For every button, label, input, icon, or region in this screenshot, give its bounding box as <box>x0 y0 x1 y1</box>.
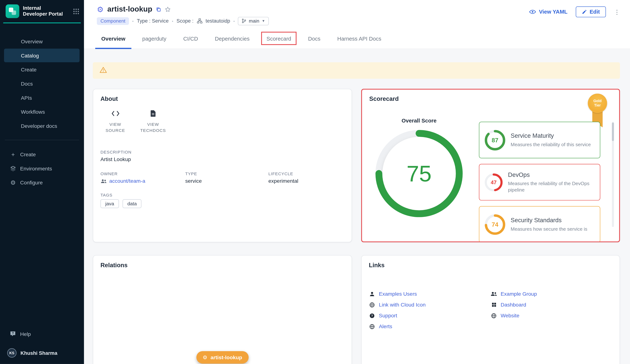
view-yaml-label: View YAML <box>539 9 567 15</box>
svg-text:74: 74 <box>492 221 498 228</box>
copy-icon[interactable] <box>156 6 161 12</box>
owner-value: account/team-a <box>109 178 145 184</box>
component-gear-icon: ⚙ <box>202 355 207 360</box>
links-columns: Examples Users Link with Cloud Icon <box>369 291 612 330</box>
overall-score-label: Overall Score <box>372 118 466 124</box>
sidebar-item-create[interactable]: Create <box>4 63 80 76</box>
pencil-icon <box>582 9 587 14</box>
scorecard-item-description: Measures how secure the service is <box>510 226 587 232</box>
owner-link[interactable]: account/team-a <box>100 178 185 184</box>
kind-chip[interactable]: Component <box>97 17 129 25</box>
about-card: About VIEW SOURCE VIEW TECHD <box>93 89 352 242</box>
badge-line1: Gold <box>593 99 602 103</box>
sidebar-action-label: Environments <box>20 165 52 171</box>
link-dashboard[interactable]: Dashboard <box>490 302 612 308</box>
tab-overview[interactable]: Overview <box>93 29 134 49</box>
description-field: DESCRIPTION Artist Lookup <box>100 150 344 162</box>
scorecard-item-description: Measures the reliability of the DevOps p… <box>508 180 595 194</box>
link-website[interactable]: Website <box>490 312 612 319</box>
description-value: Artist Lookup <box>100 156 344 162</box>
link-with-cloud-icon[interactable]: Link with Cloud Icon <box>369 302 490 308</box>
sidebar-item-overview[interactable]: Overview <box>4 34 80 48</box>
help-button[interactable]: ? Help <box>0 328 84 340</box>
scorecard-item-name: Service Maturity <box>510 132 591 139</box>
link-label: Dashboard <box>501 302 526 308</box>
scorecard-item-devops[interactable]: 47 DevOps Measures the reliability of th… <box>479 164 600 200</box>
header-actions: View YAML Edit ⋮ <box>529 6 620 17</box>
link-examples-users[interactable]: Examples Users <box>369 291 490 297</box>
star-icon[interactable] <box>165 6 171 12</box>
kebab-menu-icon[interactable]: ⋮ <box>614 8 620 16</box>
sidebar-item-catalog[interactable]: Catalog <box>4 49 80 62</box>
tab-harness-api-docs[interactable]: Harness API Docs <box>329 29 390 49</box>
scrollbar-thumb[interactable] <box>612 122 614 141</box>
sidebar-action-create[interactable]: + Create <box>4 148 80 161</box>
avatar: KS <box>7 348 16 358</box>
tab-bar: Overview pagerduty CI/CD Dependencies Sc… <box>84 29 630 49</box>
links-card: Links Examples Users <box>361 255 620 364</box>
scorecard-item-security-standards[interactable]: 74 Security Standards Measures how secur… <box>479 206 600 242</box>
relations-node-label: artist-lookup <box>210 354 242 360</box>
branch-name: main <box>249 18 259 24</box>
entity-header: ⚙ artist-lookup Component • Type : Servi… <box>84 0 630 26</box>
lifecycle-label: LIFECYCLE <box>268 171 298 176</box>
tab-cicd[interactable]: CI/CD <box>175 29 206 49</box>
owner-label: OWNER <box>100 171 185 176</box>
user-menu[interactable]: KS Khushi Sharma <box>0 344 84 359</box>
apps-grid-icon[interactable] <box>73 8 79 14</box>
dashboard-icon <box>490 302 497 307</box>
dot-separator: • <box>172 19 174 23</box>
link-label: Support <box>379 312 397 319</box>
person-icon <box>369 291 375 297</box>
code-icon <box>111 109 120 117</box>
link-label: Alerts <box>379 324 392 330</box>
description-label: DESCRIPTION <box>100 150 344 154</box>
scorecard-item-description: Measures the reliability of this service <box>510 142 591 148</box>
sidebar-item-docs[interactable]: Docs <box>4 77 80 90</box>
tag-chip[interactable]: java <box>100 199 119 208</box>
document-icon <box>150 109 156 117</box>
brand: Internal Developer Portal <box>0 0 84 22</box>
links-column-2: Example Group Dashboard <box>490 291 612 330</box>
tab-pagerduty[interactable]: pagerduty <box>134 29 175 49</box>
sidebar-item-apis[interactable]: APIs <box>4 91 80 104</box>
gear-icon: ⚙ <box>10 180 16 186</box>
branch-selector[interactable]: main ▼ <box>238 17 269 25</box>
scorecard-title: Scorecard <box>369 95 612 102</box>
link-support[interactable]: ? Support <box>369 312 490 319</box>
sidebar-item-developer-docs[interactable]: Developer docs <box>4 119 80 132</box>
about-meta-row: OWNER account/team-a TYPE service <box>100 171 344 184</box>
scorecard-item-name: DevOps <box>508 171 595 178</box>
sidebar-action-environments[interactable]: Environments <box>4 162 80 175</box>
sidebar-nav: Overview Catalog Create Docs APIs Workfl… <box>0 34 84 132</box>
people-icon <box>100 178 107 183</box>
about-actions: VIEW SOURCE VIEW TECHDOCS <box>101 109 344 133</box>
link-example-group[interactable]: Example Group <box>490 291 612 297</box>
type-field: TYPE service <box>185 171 268 184</box>
link-alerts[interactable]: Alerts <box>369 324 490 330</box>
scorecard-item-service-maturity[interactable]: 87 Service Maturity Measures the reliabi… <box>479 122 600 158</box>
scorecard-scrollbar[interactable] <box>612 122 614 227</box>
tab-dependencies[interactable]: Dependencies <box>206 29 258 49</box>
relations-card: Relations ⚙ artist-lookup <box>93 255 352 364</box>
view-source-button[interactable]: VIEW SOURCE <box>101 109 129 133</box>
type-text: Type : Service <box>137 18 168 24</box>
svg-text:?: ? <box>371 314 373 317</box>
svg-text:47: 47 <box>491 179 497 185</box>
eye-icon <box>529 10 536 14</box>
edit-button[interactable]: Edit <box>576 6 606 17</box>
sidebar-divider <box>5 140 79 140</box>
link-label: Link with Cloud Icon <box>379 302 426 308</box>
app-window: Internal Developer Portal Overview Catal… <box>0 0 630 364</box>
relations-entity-node[interactable]: ⚙ artist-lookup <box>196 351 248 364</box>
tab-docs[interactable]: Docs <box>300 29 329 49</box>
sidebar-action-configure[interactable]: ⚙ Configure <box>4 176 80 189</box>
tab-scorecard[interactable]: Scorecard <box>258 29 300 49</box>
sidebar-item-workflows[interactable]: Workflows <box>4 105 80 118</box>
scorecard-item-name: Security Standards <box>510 216 587 223</box>
view-techdocs-button[interactable]: VIEW TECHDOCS <box>139 109 167 133</box>
view-yaml-button[interactable]: View YAML <box>529 9 568 15</box>
globe-icon <box>369 302 375 308</box>
tag-chip[interactable]: data <box>122 199 142 208</box>
warning-banner <box>93 62 620 79</box>
